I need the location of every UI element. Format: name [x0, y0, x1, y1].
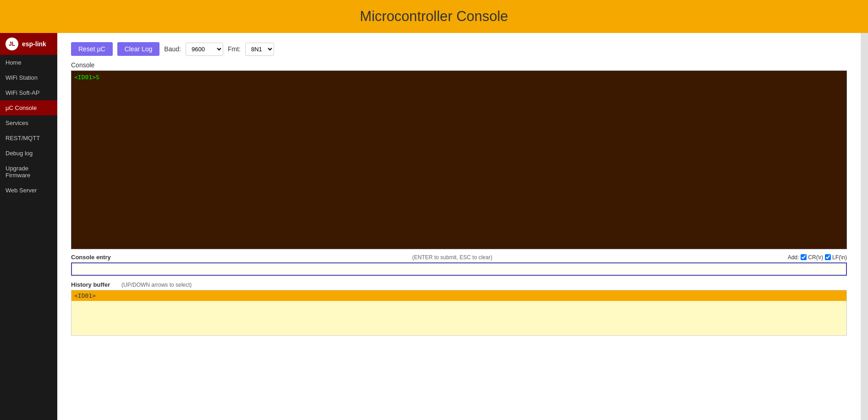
sidebar-item-home[interactable]: Home	[0, 55, 57, 70]
sidebar-item-rest-mqtt[interactable]: REST/MQTT	[0, 131, 57, 146]
page-title: Microcontroller Console	[0, 8, 868, 25]
console-output[interactable]: <ID01>S	[71, 71, 847, 249]
sidebar-navigation: Home WiFi Station WiFi Soft-AP µC Consol…	[0, 55, 57, 198]
sidebar-item-services[interactable]: Services	[0, 115, 57, 131]
history-hint: (UP/DOWN arrows to select)	[121, 282, 192, 288]
console-label: Console	[71, 61, 847, 69]
cr-checkbox[interactable]	[801, 254, 807, 260]
cr-label[interactable]: CR(\r)	[801, 254, 823, 261]
history-item-0[interactable]: <ID01>	[71, 290, 846, 301]
history-label: History buffer	[71, 281, 117, 288]
add-label: Add:	[788, 254, 799, 261]
toolbar: Reset µC Clear Log Baud: 9600 19200 3840…	[71, 42, 847, 56]
history-header: History buffer (UP/DOWN arrows to select…	[71, 281, 847, 288]
entry-label: Console entry	[71, 254, 117, 261]
history-buffer[interactable]: <ID01>	[71, 290, 847, 336]
sidebar-item-upgrade-firmware[interactable]: Upgrade Firmware	[0, 161, 57, 183]
sidebar-logo[interactable]: JL esp-link	[0, 33, 57, 55]
logo-icon: JL	[5, 38, 18, 50]
history-item-2	[71, 311, 846, 322]
history-item-1	[71, 301, 846, 311]
entry-header: Console entry (ENTER to submit, ESC to c…	[71, 254, 847, 261]
lf-checkbox[interactable]	[825, 254, 831, 260]
fmt-label: Fmt:	[228, 45, 241, 53]
history-item-4	[71, 333, 846, 336]
logo-text: esp-link	[22, 40, 46, 48]
lf-label[interactable]: LF(\n)	[825, 254, 847, 261]
main-content: Reset µC Clear Log Baud: 9600 19200 3840…	[57, 33, 861, 420]
sidebar-item-web-server[interactable]: Web Server	[0, 183, 57, 198]
page-header: Microcontroller Console	[0, 0, 868, 33]
page-scrollbar[interactable]	[861, 33, 868, 420]
console-content: <ID01>S	[74, 74, 99, 81]
entry-hint: (ENTER to submit, ESC to clear)	[120, 254, 785, 261]
sidebar: JL esp-link Home WiFi Station WiFi Soft-…	[0, 33, 57, 420]
console-input[interactable]	[71, 262, 847, 276]
clear-log-button[interactable]: Clear Log	[117, 42, 160, 56]
baud-label: Baud:	[164, 45, 181, 53]
fmt-select[interactable]: 8N1 8N2 7E1 7O1	[245, 43, 274, 56]
sidebar-item-wifi-softap[interactable]: WiFi Soft-AP	[0, 85, 57, 100]
sidebar-item-debug-log[interactable]: Debug log	[0, 146, 57, 161]
history-item-3	[71, 322, 846, 333]
entry-add-options: Add: CR(\r) LF(\n)	[788, 254, 847, 261]
reset-uc-button[interactable]: Reset µC	[71, 42, 113, 56]
baud-select[interactable]: 9600 19200 38400 57600 115200	[186, 43, 223, 56]
sidebar-item-uc-console[interactable]: µC Console	[0, 100, 57, 115]
lf-text: LF(\n)	[832, 254, 847, 261]
cr-text: CR(\r)	[808, 254, 823, 261]
sidebar-item-wifi-station[interactable]: WiFi Station	[0, 70, 57, 85]
